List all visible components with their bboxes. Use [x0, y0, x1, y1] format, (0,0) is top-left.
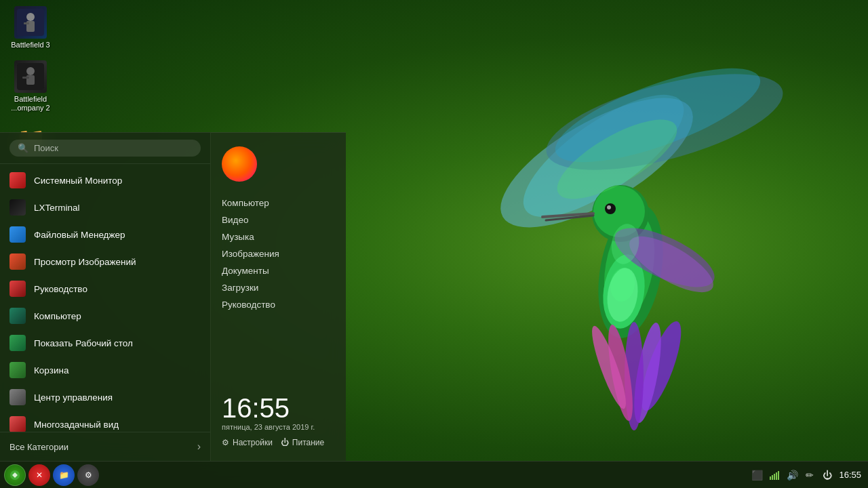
menu-item-icon-control-center: [9, 389, 26, 405]
place-item-video[interactable]: Видео: [222, 212, 335, 228]
files-icon: 📁: [59, 470, 69, 480]
red-icon: ✕: [36, 470, 43, 480]
search-box[interactable]: 🔍: [9, 140, 201, 157]
svg-rect-27: [24, 22, 29, 24]
menu-item-icon-computer: [9, 308, 26, 324]
menu-action-icon-power: ⏻: [281, 438, 289, 447]
svg-rect-37: [778, 471, 779, 480]
menu-item-icon-system-monitor: [9, 172, 26, 188]
place-item-computer-place[interactable]: Компьютер: [222, 195, 335, 211]
menu-item-computer[interactable]: Компьютер: [0, 302, 210, 329]
network-svg: [769, 470, 780, 481]
user-avatar[interactable]: [222, 146, 257, 182]
menu-item-trash[interactable]: Корзина: [0, 357, 210, 384]
menu-item-label-lxterminal: LXTerminal: [34, 203, 80, 213]
places-list: КомпьютерВидеоМузыкаИзображенияДокументы…: [222, 195, 335, 388]
all-categories-label: Все Категории: [9, 442, 68, 452]
menu-item-label-computer: Компьютер: [34, 311, 81, 321]
menu-item-label-trash: Корзина: [34, 365, 68, 375]
menu-item-file-manager[interactable]: Файловый Менеджер: [0, 221, 210, 248]
date-display: пятница, 23 августа 2019 г.: [222, 423, 335, 431]
menu-item-label-show-desktop: Показать Рабочий стол: [34, 338, 133, 348]
taskbar-red-button[interactable]: ✕: [28, 464, 50, 486]
menu-item-label-guide: Руководство: [34, 284, 87, 294]
desktop-icon-bf3[interactable]: Battlefield 3: [3, 3, 58, 52]
bfc2-icon: [14, 60, 47, 93]
time-display: 16:55: [222, 394, 335, 422]
menu-left-panel: 🔍 Системный МониторLXTerminalФайловый Ме…: [0, 132, 210, 461]
place-item-documents[interactable]: Документы: [222, 263, 335, 279]
menu-item-icon-guide: [9, 281, 26, 297]
taskbar-files-button[interactable]: 📁: [53, 464, 75, 486]
start-icon: [9, 470, 20, 481]
power-icon[interactable]: ⏻: [821, 469, 833, 481]
menu-item-icon-image-viewer: [9, 253, 26, 270]
menu-footer: Все Категории ›: [0, 432, 210, 461]
search-input[interactable]: [34, 143, 193, 153]
svg-rect-31: [22, 77, 29, 79]
menu-item-label-image-viewer: Просмотр Изображений: [34, 257, 136, 267]
windows-icon[interactable]: ⬛: [751, 469, 763, 481]
bf3-icon: [14, 6, 47, 39]
svg-rect-36: [776, 472, 777, 480]
hummingbird-illustration: [461, 41, 800, 434]
search-icon: 🔍: [18, 143, 28, 153]
network-icon[interactable]: [768, 469, 781, 481]
place-item-downloads[interactable]: Загрузки: [222, 280, 335, 296]
bf3-label: Battlefield 3: [11, 41, 50, 49]
menu-item-control-center[interactable]: Центр управления: [0, 384, 210, 411]
menu-action-power[interactable]: ⏻Питание: [281, 438, 324, 447]
menu-action-settings[interactable]: ⚙Настройки: [222, 438, 273, 447]
menu-action-label-settings: Настройки: [233, 438, 273, 447]
menu-item-system-monitor[interactable]: Системный Монитор: [0, 167, 210, 194]
menu-item-label-control-center: Центр управления: [34, 392, 113, 403]
taskbar-clock: 16:55: [839, 470, 861, 480]
volume-icon[interactable]: 🔊: [786, 469, 798, 481]
menu-item-icon-file-manager: [9, 226, 26, 243]
edit-icon[interactable]: ✏: [804, 469, 816, 481]
menu-item-icon-lxterminal: [9, 199, 26, 216]
menu-item-guide[interactable]: Руководство: [0, 275, 210, 302]
svg-rect-33: [770, 476, 771, 480]
menu-item-label-multitask: Многозадачный вид: [34, 420, 119, 430]
all-categories-item[interactable]: Все Категории ›: [9, 436, 201, 457]
place-item-guide-place[interactable]: Руководство: [222, 297, 335, 312]
bfc2-label: Battlefield ...ompany 2: [6, 95, 55, 113]
settings-icon: ⚙: [85, 470, 92, 480]
svg-point-25: [26, 13, 35, 21]
chevron-right-icon: ›: [197, 441, 201, 453]
menu-action-icon-settings: ⚙: [222, 438, 229, 447]
svg-point-29: [26, 67, 35, 75]
menu-items-list: Системный МониторLXTerminalФайловый Мене…: [0, 164, 210, 432]
menu-item-icon-trash: [9, 362, 26, 378]
menu-item-icon-show-desktop: [9, 335, 26, 351]
menu-item-lxterminal[interactable]: LXTerminal: [0, 194, 210, 221]
menu-search-area: 🔍: [0, 133, 210, 164]
svg-point-11: [607, 205, 611, 209]
taskbar-left: ✕ 📁 ⚙: [0, 464, 103, 486]
taskbar-right: ⬛ 🔊 ✏ ⏻ 16:55: [751, 469, 868, 481]
menu-item-image-viewer[interactable]: Просмотр Изображений: [0, 248, 210, 275]
place-item-images[interactable]: Изображения: [222, 246, 335, 262]
start-button[interactable]: [4, 464, 26, 486]
start-menu: 🔍 Системный МониторLXTerminalФайловый Ме…: [0, 132, 346, 461]
menu-item-multitask[interactable]: Многозадачный вид: [0, 411, 210, 432]
taskbar-settings-button[interactable]: ⚙: [77, 464, 99, 486]
time-section: 16:55 пятница, 23 августа 2019 г. ⚙Настр…: [222, 388, 335, 447]
svg-rect-34: [772, 475, 773, 480]
menu-item-label-system-monitor: Системный Монитор: [34, 176, 122, 186]
menu-item-show-desktop[interactable]: Показать Рабочий стол: [0, 329, 210, 357]
svg-rect-35: [774, 474, 775, 480]
menu-right-panel: КомпьютерВидеоМузыкаИзображенияДокументы…: [210, 132, 346, 461]
desktop-icon-bfc2[interactable]: Battlefield ...ompany 2: [3, 58, 58, 115]
menu-item-label-file-manager: Файловый Менеджер: [34, 230, 125, 240]
taskbar: ✕ 📁 ⚙ ⬛ 🔊 ✏ ⏻ 16:55: [0, 461, 868, 488]
menu-actions: ⚙Настройки⏻Питание: [222, 438, 335, 447]
menu-action-label-power: Питание: [292, 438, 324, 447]
place-item-music[interactable]: Музыка: [222, 229, 335, 245]
menu-item-icon-multitask: [9, 416, 26, 432]
